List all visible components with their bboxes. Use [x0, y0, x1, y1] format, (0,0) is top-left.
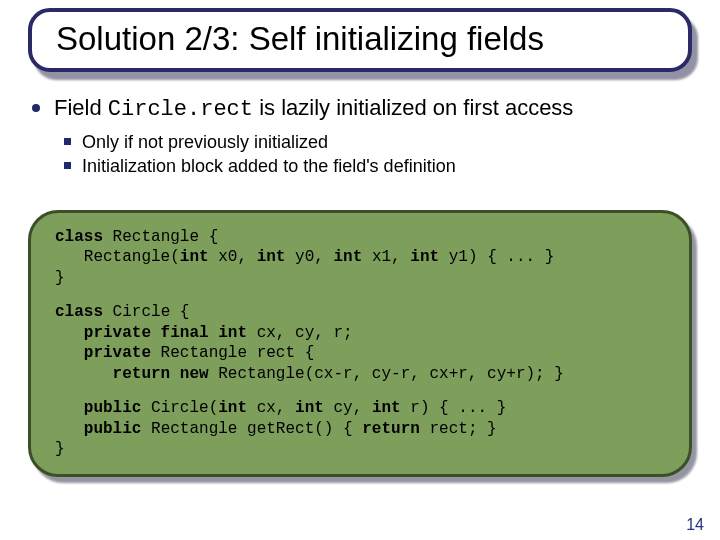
title-box: Solution 2/3: Self initializing fields [28, 8, 692, 72]
sub-bullet-item: Only if not previously initialized [82, 130, 700, 154]
bullet-item: Field Circle.rect is lazily initialized … [54, 94, 700, 178]
code-gap [55, 288, 669, 302]
code-kw: private [55, 344, 151, 362]
code-text: } [55, 269, 65, 287]
code-kw: class [55, 228, 103, 246]
code-gap [55, 384, 669, 398]
bullet-list: Field Circle.rect is lazily initialized … [28, 94, 700, 178]
code-text: cx, cy, r; [247, 324, 353, 342]
code-text: Rectangle(cx-r, cy-r, cx+r, cy+r); } [209, 365, 564, 383]
code-text: rect; } [420, 420, 497, 438]
code-text: Rectangle( [55, 248, 180, 266]
slide: Solution 2/3: Self initializing fields F… [0, 0, 720, 540]
code-text: Circle( [141, 399, 218, 417]
code-kw: public [55, 420, 141, 438]
code-text: Circle { [103, 303, 189, 321]
code-block: class Rectangle { Rectangle(int x0, int … [55, 227, 669, 460]
code-kw: int [218, 399, 247, 417]
code-kw: int [257, 248, 286, 266]
code-kw: return [362, 420, 420, 438]
sub-bullet-item: Initialization block added to the field'… [82, 154, 700, 178]
sub-bullet-list: Only if not previously initialized Initi… [60, 130, 700, 179]
code-text: cy, [324, 399, 372, 417]
code-text: r) { ... } [401, 399, 507, 417]
bullet-text-pre: Field [54, 95, 108, 120]
code-kw: public [55, 399, 141, 417]
code-text: Rectangle getRect() { [141, 420, 362, 438]
code-kw: private final int [55, 324, 247, 342]
code-kw: int [295, 399, 324, 417]
code-panel: class Rectangle { Rectangle(int x0, int … [28, 210, 692, 477]
code-kw: class [55, 303, 103, 321]
code-text: x1, [362, 248, 410, 266]
code-kw: int [180, 248, 209, 266]
code-kw: return new [55, 365, 209, 383]
slide-title: Solution 2/3: Self initializing fields [56, 20, 664, 58]
code-text: } [55, 440, 65, 458]
page-number: 14 [686, 516, 704, 534]
code-kw: int [333, 248, 362, 266]
bullet-code: Circle.rect [108, 97, 253, 122]
bullet-text-post: is lazily initialized on first access [253, 95, 573, 120]
code-text: Rectangle rect { [151, 344, 314, 362]
title-container: Solution 2/3: Self initializing fields [28, 8, 692, 72]
code-text: Rectangle { [103, 228, 218, 246]
code-text: y1) { ... } [439, 248, 554, 266]
code-panel-container: class Rectangle { Rectangle(int x0, int … [28, 210, 692, 477]
code-text: y0, [285, 248, 333, 266]
code-kw: int [372, 399, 401, 417]
code-text: x0, [209, 248, 257, 266]
body: Field Circle.rect is lazily initialized … [28, 94, 700, 182]
code-text: cx, [247, 399, 295, 417]
code-kw: int [410, 248, 439, 266]
